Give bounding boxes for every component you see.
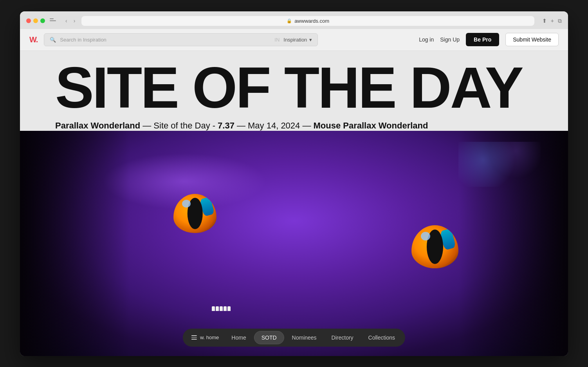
search-placeholder-text: Search in Inspiration xyxy=(60,37,106,43)
search-category-label: Inspiration xyxy=(283,37,307,43)
logo-text: W. xyxy=(29,35,38,44)
bg-vignette-left xyxy=(20,131,130,356)
browser-window: ‹ › 🔒 awwwards.com ⬆ + ⧉ W. 🔍 xyxy=(20,11,568,356)
tooth-4 xyxy=(224,306,227,311)
eye-outer-right xyxy=(411,225,458,268)
search-bar[interactable]: 🔍 Search in Inspiration IN Inspiration ▾ xyxy=(44,33,318,46)
forward-button[interactable]: › xyxy=(72,17,77,25)
back-button[interactable]: ‹ xyxy=(64,17,69,25)
tooth-2 xyxy=(216,306,219,311)
eye-highlight-right xyxy=(421,232,430,240)
maximize-button[interactable] xyxy=(40,18,45,23)
hero-date: — May 14, 2024 — xyxy=(237,121,311,131)
site-header: W. 🔍 Search in Inspiration IN Inspiratio… xyxy=(20,29,568,51)
tabs-button[interactable]: ⧉ xyxy=(558,18,562,24)
site-logo: W. xyxy=(29,35,38,44)
tooth-3 xyxy=(220,306,223,311)
submit-website-button[interactable]: Submit Website xyxy=(505,33,559,46)
url-text: awwwards.com xyxy=(294,18,329,24)
address-bar[interactable]: 🔒 awwwards.com xyxy=(81,16,534,26)
minimize-button[interactable] xyxy=(33,18,38,23)
page-content: W. 🔍 Search in Inspiration IN Inspiratio… xyxy=(20,29,568,356)
new-tab-button[interactable]: + xyxy=(551,18,554,24)
nav-item-sotd[interactable]: SOTD xyxy=(254,331,284,344)
hamburger-icon[interactable] xyxy=(191,335,197,340)
creature-eye-left xyxy=(173,194,216,233)
nav-item-home[interactable]: Home xyxy=(224,331,253,344)
nav-brand: w. home xyxy=(186,331,224,343)
hero-subtitle: Parallax Wonderland — Site of the Day - … xyxy=(55,121,533,131)
browser-titlebar: ‹ › 🔒 awwwards.com ⬆ + ⧉ xyxy=(26,16,562,26)
hero-section: SITE OF THE DAY Parallax Wonderland — Si… xyxy=(20,51,568,131)
hero-subtitle-mid: — Site of the Day - xyxy=(142,121,215,131)
sidebar-toggle-icon[interactable] xyxy=(50,18,56,23)
chevron-down-icon: ▾ xyxy=(309,37,312,43)
hero-title: SITE OF THE DAY xyxy=(55,59,533,117)
address-bar-container: 🔒 awwwards.com xyxy=(81,16,534,26)
creature-smile xyxy=(212,306,376,311)
browser-controls: ‹ › xyxy=(64,17,77,25)
share-button[interactable]: ⬆ xyxy=(542,18,547,24)
hero-site-name-start: Parallax Wonderland xyxy=(55,121,140,131)
login-button[interactable]: Log in xyxy=(419,36,434,43)
search-divider: IN xyxy=(274,37,280,43)
browser-chrome: ‹ › 🔒 awwwards.com ⬆ + ⧉ xyxy=(20,11,568,29)
nav-brand-label: w. home xyxy=(200,334,219,340)
eye-outer-left xyxy=(173,194,216,233)
bg-stars xyxy=(458,142,541,187)
creature-eye-right xyxy=(411,225,458,268)
tooth-1 xyxy=(212,306,215,311)
header-actions: Log in Sign Up Be Pro Submit Website xyxy=(419,33,559,46)
floating-nav: w. home Home SOTD Nominees Directory Col… xyxy=(183,329,405,347)
hero-image-container: w. home Home SOTD Nominees Directory Col… xyxy=(20,131,568,356)
lock-icon: 🔒 xyxy=(287,18,292,24)
hero-score: 7.37 xyxy=(218,121,234,131)
search-icon: 🔍 xyxy=(50,37,56,43)
signup-button[interactable]: Sign Up xyxy=(440,36,460,43)
traffic-lights xyxy=(26,18,45,23)
nav-items: Home SOTD Nominees Directory Collections xyxy=(224,331,402,344)
nav-item-directory[interactable]: Directory xyxy=(325,331,361,344)
search-category-selector[interactable]: Inspiration ▾ xyxy=(283,37,312,43)
browser-actions: ⬆ + ⧉ xyxy=(542,18,562,24)
be-pro-button[interactable]: Be Pro xyxy=(466,33,499,46)
nav-item-collections[interactable]: Collections xyxy=(361,331,402,344)
tooth-5 xyxy=(227,306,231,311)
eye-highlight-left xyxy=(182,200,191,208)
hero-site-name-end: Mouse Parallax Wonderland xyxy=(313,121,428,131)
nav-item-nominees[interactable]: Nominees xyxy=(285,331,324,344)
hero-image: w. home Home SOTD Nominees Directory Col… xyxy=(20,131,568,356)
close-button[interactable] xyxy=(26,18,31,23)
